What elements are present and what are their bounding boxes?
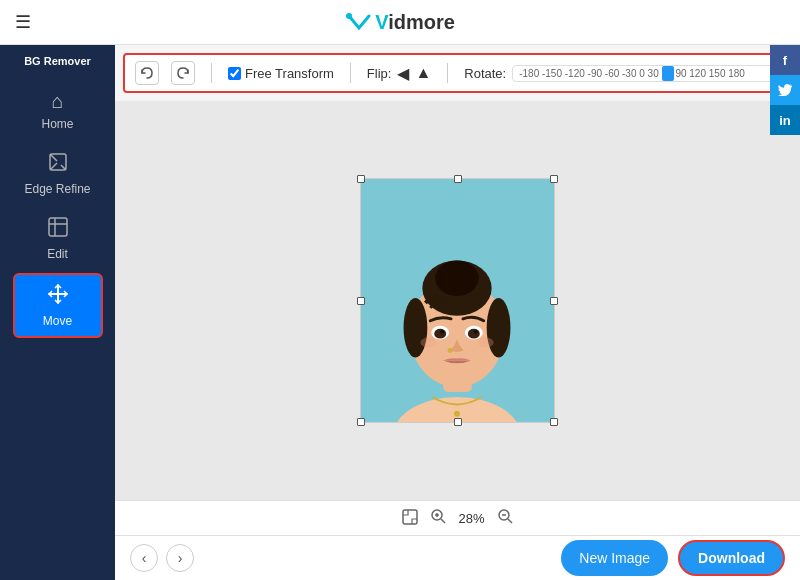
svg-point-12	[487, 298, 511, 357]
free-transform-label: Free Transform	[245, 66, 334, 81]
handle-top-right[interactable]	[550, 175, 558, 183]
free-transform-checkbox[interactable]: Free Transform	[228, 66, 334, 81]
flip-vertical-button[interactable]: ▲	[415, 64, 431, 82]
facebook-button[interactable]: f	[770, 45, 800, 75]
zoom-in-icon[interactable]	[430, 508, 446, 528]
svg-point-20	[454, 411, 460, 417]
bottom-bar: ‹ › New Image Download	[115, 535, 800, 580]
zoom-out-icon[interactable]	[497, 508, 513, 528]
linkedin-button[interactable]: in	[770, 105, 800, 135]
svg-line-27	[441, 519, 445, 523]
logo-svg	[345, 12, 373, 32]
handle-mid-right[interactable]	[550, 297, 558, 305]
social-sidebar: f in	[770, 45, 800, 135]
sidebar-item-home[interactable]: ⌂ Home	[13, 82, 103, 139]
sidebar-home-label: Home	[41, 117, 73, 131]
menu-icon[interactable]: ☰	[15, 11, 31, 33]
zoom-bar: 28%	[115, 500, 800, 535]
rotate-scale[interactable]: -180 -150 -120 -90 -60 -30 0 30 60 90 12…	[512, 65, 780, 82]
bottom-nav: ‹ ›	[130, 544, 194, 572]
sidebar-item-move[interactable]: Move	[13, 273, 103, 338]
bottom-actions: New Image Download	[561, 540, 785, 576]
svg-point-22	[478, 338, 494, 348]
redo-button[interactable]	[171, 61, 195, 85]
sidebar-edit-label: Edit	[47, 247, 68, 261]
top-bar: ☰ Vidmore	[0, 0, 800, 45]
handle-top-left[interactable]	[357, 175, 365, 183]
svg-point-0	[346, 13, 352, 19]
sidebar-edge-refine-label: Edge Refine	[24, 182, 90, 196]
image-container[interactable]	[360, 178, 555, 423]
flip-horizontal-button[interactable]: ◀	[397, 64, 409, 83]
svg-point-15	[434, 329, 446, 339]
svg-rect-2	[49, 218, 67, 236]
edge-refine-icon	[47, 151, 69, 178]
sidebar-item-edge-refine[interactable]: Edge Refine	[13, 143, 103, 204]
rotate-label: Rotate:	[464, 66, 506, 81]
svg-point-17	[440, 330, 444, 334]
undo-button[interactable]	[135, 61, 159, 85]
left-sidebar: BG Remover ⌂ Home Edge Refine Edit Move	[0, 45, 115, 580]
logo-text: Vidmore	[375, 11, 455, 34]
rotate-numbers: -180 -150 -120 -90 -60 -30 0 30 60 90 12…	[519, 68, 745, 79]
sidebar-item-edit[interactable]: Edit	[13, 208, 103, 269]
canvas-area	[115, 101, 800, 500]
rotate-thumb[interactable]	[662, 66, 674, 81]
sidebar-header: BG Remover	[19, 55, 96, 67]
flip-label: Flip:	[367, 66, 392, 81]
rotate-control: Rotate: -180 -150 -120 -90 -60 -30 0 30 …	[464, 65, 780, 82]
edit-icon	[47, 216, 69, 243]
handle-top-center[interactable]	[454, 175, 462, 183]
svg-point-16	[468, 329, 480, 339]
content-area: Free Transform Flip: ◀ ▲ Rotate: -180 -1…	[115, 45, 800, 580]
flip-control: Flip: ◀ ▲	[367, 64, 431, 83]
zoom-percent: 28%	[458, 511, 484, 526]
handle-bot-left[interactable]	[357, 418, 365, 426]
main-layout: BG Remover ⌂ Home Edge Refine Edit Move	[0, 45, 800, 580]
svg-rect-23	[403, 510, 417, 524]
handle-bot-right[interactable]	[550, 418, 558, 426]
svg-line-30	[508, 519, 512, 523]
svg-point-19	[448, 348, 453, 353]
toolbar: Free Transform Flip: ◀ ▲ Rotate: -180 -1…	[123, 53, 792, 93]
new-image-button[interactable]: New Image	[561, 540, 668, 576]
sidebar-move-label: Move	[43, 314, 72, 328]
logo: Vidmore	[345, 11, 455, 34]
svg-point-18	[474, 330, 478, 334]
handle-mid-left[interactable]	[357, 297, 365, 305]
handle-bot-center[interactable]	[454, 418, 462, 426]
portrait-image	[361, 179, 554, 422]
toolbar-divider-2	[350, 63, 351, 83]
twitter-button[interactable]	[770, 75, 800, 105]
toolbar-divider-1	[211, 63, 212, 83]
move-icon	[47, 283, 69, 310]
svg-point-10	[435, 260, 479, 296]
toolbar-divider-3	[447, 63, 448, 83]
prev-arrow[interactable]: ‹	[130, 544, 158, 572]
next-arrow[interactable]: ›	[166, 544, 194, 572]
svg-point-11	[404, 298, 428, 357]
download-button[interactable]: Download	[678, 540, 785, 576]
svg-point-21	[420, 338, 436, 348]
fit-icon[interactable]	[402, 509, 418, 528]
free-transform-input[interactable]	[228, 67, 241, 80]
home-icon: ⌂	[51, 90, 63, 113]
